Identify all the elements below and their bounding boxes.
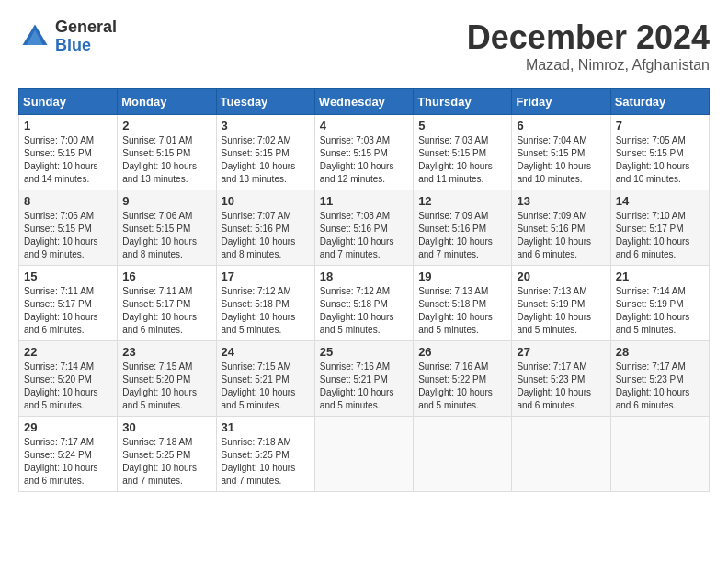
day-number: 19 (418, 270, 506, 283)
calendar-cell: 5Sunrise: 7:03 AM Sunset: 5:15 PM Daylig… (414, 115, 512, 190)
day-info: Sunrise: 7:12 AM Sunset: 5:18 PM Dayligh… (222, 285, 310, 337)
day-info: Sunrise: 7:03 AM Sunset: 5:15 PM Dayligh… (320, 134, 408, 186)
day-number: 10 (222, 194, 310, 208)
day-number: 2 (122, 119, 210, 132)
header-monday: Monday (118, 89, 216, 115)
day-info: Sunrise: 7:14 AM Sunset: 5:20 PM Dayligh… (24, 361, 112, 412)
calendar-cell: 15Sunrise: 7:11 AM Sunset: 5:17 PM Dayli… (19, 266, 118, 341)
day-number: 30 (122, 420, 210, 434)
calendar-cell: 9Sunrise: 7:06 AM Sunset: 5:15 PM Daylig… (118, 190, 216, 266)
day-info: Sunrise: 7:03 AM Sunset: 5:15 PM Dayligh… (418, 134, 506, 186)
day-number: 29 (24, 420, 112, 434)
header-sunday: Sunday (19, 89, 118, 115)
day-number: 7 (616, 119, 704, 132)
calendar-cell: 8Sunrise: 7:06 AM Sunset: 5:15 PM Daylig… (19, 190, 118, 266)
calendar-cell: 18Sunrise: 7:12 AM Sunset: 5:18 PM Dayli… (314, 266, 413, 341)
day-number: 25 (320, 345, 408, 359)
calendar-cell: 1Sunrise: 7:00 AM Sunset: 5:15 PM Daylig… (19, 115, 118, 190)
day-number: 4 (320, 119, 408, 132)
calendar-cell: 28Sunrise: 7:17 AM Sunset: 5:23 PM Dayli… (610, 341, 709, 417)
day-number: 1 (24, 119, 112, 132)
calendar-cell: 17Sunrise: 7:12 AM Sunset: 5:18 PM Dayli… (216, 266, 314, 341)
header-wednesday: Wednesday (314, 89, 413, 115)
calendar-cell: 13Sunrise: 7:09 AM Sunset: 5:16 PM Dayli… (512, 190, 610, 266)
header-tuesday: Tuesday (216, 89, 314, 115)
day-number: 5 (418, 119, 506, 132)
calendar-body: 1Sunrise: 7:00 AM Sunset: 5:15 PM Daylig… (19, 115, 710, 492)
calendar-cell: 10Sunrise: 7:07 AM Sunset: 5:16 PM Dayli… (216, 190, 314, 266)
day-info: Sunrise: 7:06 AM Sunset: 5:15 PM Dayligh… (122, 210, 210, 261)
day-number: 24 (222, 345, 310, 359)
week-row-2: 8Sunrise: 7:06 AM Sunset: 5:15 PM Daylig… (19, 190, 710, 266)
day-info: Sunrise: 7:00 AM Sunset: 5:15 PM Dayligh… (24, 134, 112, 186)
calendar-cell (512, 417, 610, 492)
day-info: Sunrise: 7:01 AM Sunset: 5:15 PM Dayligh… (122, 134, 210, 186)
calendar-cell: 14Sunrise: 7:10 AM Sunset: 5:17 PM Dayli… (610, 190, 709, 266)
day-info: Sunrise: 7:09 AM Sunset: 5:16 PM Dayligh… (418, 210, 506, 261)
day-number: 23 (122, 345, 210, 359)
day-number: 18 (320, 270, 408, 283)
day-number: 3 (222, 119, 310, 132)
day-number: 11 (320, 194, 408, 208)
day-info: Sunrise: 7:14 AM Sunset: 5:19 PM Dayligh… (616, 285, 704, 337)
calendar-cell: 26Sunrise: 7:16 AM Sunset: 5:22 PM Dayli… (414, 341, 512, 417)
week-row-3: 15Sunrise: 7:11 AM Sunset: 5:17 PM Dayli… (19, 266, 710, 341)
day-number: 15 (24, 270, 112, 283)
day-info: Sunrise: 7:09 AM Sunset: 5:16 PM Dayligh… (517, 210, 605, 261)
calendar-header: SundayMondayTuesdayWednesdayThursdayFrid… (19, 89, 710, 115)
day-number: 27 (517, 345, 605, 359)
logo-icon (18, 20, 51, 53)
calendar-cell: 7Sunrise: 7:05 AM Sunset: 5:15 PM Daylig… (610, 115, 709, 190)
day-number: 21 (616, 270, 704, 283)
day-number: 8 (24, 194, 112, 208)
day-info: Sunrise: 7:15 AM Sunset: 5:21 PM Dayligh… (222, 361, 310, 412)
calendar-cell: 31Sunrise: 7:18 AM Sunset: 5:25 PM Dayli… (216, 417, 314, 492)
day-number: 20 (517, 270, 605, 283)
calendar-cell: 29Sunrise: 7:17 AM Sunset: 5:24 PM Dayli… (19, 417, 118, 492)
calendar-cell: 11Sunrise: 7:08 AM Sunset: 5:16 PM Dayli… (314, 190, 413, 266)
month-title: December 2024 (467, 18, 710, 57)
calendar-cell: 21Sunrise: 7:14 AM Sunset: 5:19 PM Dayli… (610, 266, 709, 341)
title-section: December 2024 Mazad, Nimroz, Afghanistan (467, 18, 710, 74)
calendar-cell: 20Sunrise: 7:13 AM Sunset: 5:19 PM Dayli… (512, 266, 610, 341)
day-info: Sunrise: 7:11 AM Sunset: 5:17 PM Dayligh… (24, 285, 112, 337)
calendar-cell (610, 417, 709, 492)
day-number: 14 (616, 194, 704, 208)
week-row-1: 1Sunrise: 7:00 AM Sunset: 5:15 PM Daylig… (19, 115, 710, 190)
calendar-cell: 19Sunrise: 7:13 AM Sunset: 5:18 PM Dayli… (414, 266, 512, 341)
day-number: 17 (222, 270, 310, 283)
header-thursday: Thursday (414, 89, 512, 115)
day-number: 12 (418, 194, 506, 208)
day-info: Sunrise: 7:06 AM Sunset: 5:15 PM Dayligh… (24, 210, 112, 261)
calendar-cell: 23Sunrise: 7:15 AM Sunset: 5:20 PM Dayli… (118, 341, 216, 417)
day-info: Sunrise: 7:16 AM Sunset: 5:21 PM Dayligh… (320, 361, 408, 412)
day-info: Sunrise: 7:13 AM Sunset: 5:19 PM Dayligh… (517, 285, 605, 337)
day-info: Sunrise: 7:15 AM Sunset: 5:20 PM Dayligh… (122, 361, 210, 412)
day-info: Sunrise: 7:02 AM Sunset: 5:15 PM Dayligh… (222, 134, 310, 186)
day-number: 28 (616, 345, 704, 359)
header-saturday: Saturday (610, 89, 709, 115)
header-friday: Friday (512, 89, 610, 115)
calendar-cell: 27Sunrise: 7:17 AM Sunset: 5:23 PM Dayli… (512, 341, 610, 417)
logo-blue: Blue (55, 37, 117, 55)
calendar-cell (414, 417, 512, 492)
calendar-table: SundayMondayTuesdayWednesdayThursdayFrid… (18, 88, 710, 492)
calendar-cell: 6Sunrise: 7:04 AM Sunset: 5:15 PM Daylig… (512, 115, 610, 190)
header-row: SundayMondayTuesdayWednesdayThursdayFrid… (19, 89, 710, 115)
day-number: 9 (122, 194, 210, 208)
calendar-cell: 2Sunrise: 7:01 AM Sunset: 5:15 PM Daylig… (118, 115, 216, 190)
day-info: Sunrise: 7:04 AM Sunset: 5:15 PM Dayligh… (517, 134, 605, 186)
page-header: General Blue December 2024 Mazad, Nimroz… (18, 18, 710, 74)
day-info: Sunrise: 7:17 AM Sunset: 5:23 PM Dayligh… (616, 361, 704, 412)
day-number: 31 (222, 420, 310, 434)
calendar-cell: 22Sunrise: 7:14 AM Sunset: 5:20 PM Dayli… (19, 341, 118, 417)
day-number: 22 (24, 345, 112, 359)
calendar-cell: 24Sunrise: 7:15 AM Sunset: 5:21 PM Dayli… (216, 341, 314, 417)
day-info: Sunrise: 7:12 AM Sunset: 5:18 PM Dayligh… (320, 285, 408, 337)
day-info: Sunrise: 7:10 AM Sunset: 5:17 PM Dayligh… (616, 210, 704, 261)
day-number: 13 (517, 194, 605, 208)
day-info: Sunrise: 7:16 AM Sunset: 5:22 PM Dayligh… (418, 361, 506, 412)
logo-general: General (55, 18, 117, 37)
location: Mazad, Nimroz, Afghanistan (467, 57, 710, 74)
day-info: Sunrise: 7:17 AM Sunset: 5:24 PM Dayligh… (24, 436, 112, 488)
